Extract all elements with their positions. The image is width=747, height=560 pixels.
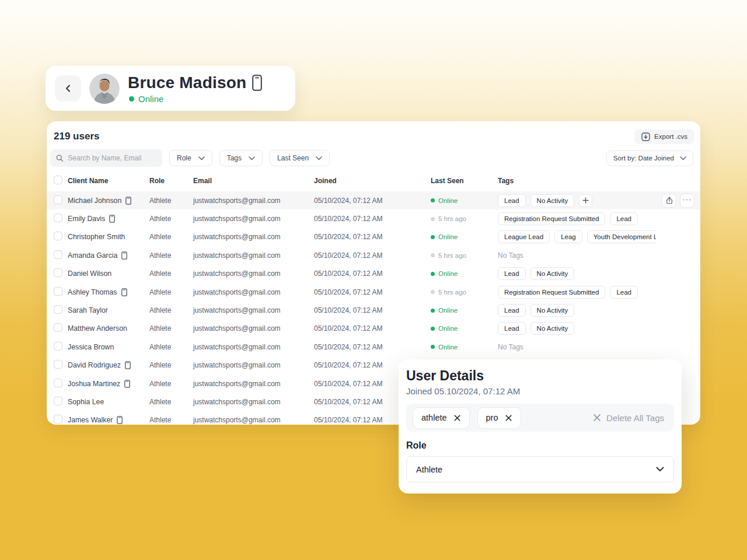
row-checkbox[interactable] xyxy=(54,305,62,314)
row-checkbox[interactable] xyxy=(54,232,62,240)
back-button[interactable] xyxy=(55,75,81,102)
filter-role[interactable]: Role xyxy=(169,150,212,166)
chevron-down-icon xyxy=(656,467,664,472)
row-email: justwatchsports@gmail.com xyxy=(193,416,314,424)
share-button[interactable] xyxy=(662,194,676,208)
row-role: Athlete xyxy=(149,306,193,314)
profile-name: Bruce Madison xyxy=(128,74,246,92)
export-csv-button[interactable]: Export .cvs xyxy=(634,130,694,144)
row-role: Athlete xyxy=(149,416,193,424)
online-dot xyxy=(129,96,134,102)
tag-chip: Lead xyxy=(610,212,638,225)
client-name-cell: Emily Davis xyxy=(68,215,149,223)
row-email: justwatchsports@gmail.com xyxy=(193,361,314,369)
remove-tag-button[interactable] xyxy=(453,414,461,422)
last-seen-text: 5 hrs ago xyxy=(438,215,466,222)
row-email: justwatchsports@gmail.com xyxy=(193,197,314,205)
table-row[interactable]: Jessica BrownAthletejustwatchsports@gmai… xyxy=(47,338,700,356)
tag-chip: Registration Request Submitted xyxy=(498,212,605,225)
tag-chip: Lead xyxy=(498,322,526,335)
col-last-seen: Last Seen xyxy=(431,177,498,185)
row-last-seen: Online xyxy=(431,233,498,240)
row-email: justwatchsports@gmail.com xyxy=(193,398,314,406)
client-name-cell: Amanda Garcia xyxy=(68,251,149,260)
row-role: Athlete xyxy=(149,197,193,205)
row-checkbox[interactable] xyxy=(54,415,62,424)
online-dot xyxy=(431,345,435,349)
tag-chip: Lead xyxy=(498,194,526,207)
client-name-cell: Christopher Smith xyxy=(68,233,149,241)
row-email: justwatchsports@gmail.com xyxy=(193,380,314,388)
row-email: justwatchsports@gmail.com xyxy=(193,270,314,278)
offline-dot xyxy=(431,253,435,257)
table-row[interactable]: Daniel WilsonAthletejustwatchsports@gmai… xyxy=(47,265,700,283)
row-checkbox[interactable] xyxy=(54,379,62,387)
offline-dot xyxy=(431,290,435,294)
row-checkbox[interactable] xyxy=(54,268,62,277)
col-email: Email xyxy=(193,177,314,185)
sort-by-dropdown[interactable]: Sort by: Date Joined xyxy=(606,150,693,166)
last-seen-text: Online xyxy=(438,233,458,240)
client-name-cell: Joshua Martinez xyxy=(68,380,149,388)
tag-chip: Lead xyxy=(610,286,638,299)
filter-last-seen[interactable]: Last Seen xyxy=(270,150,330,166)
row-tags: No Tags xyxy=(498,251,656,260)
row-checkbox[interactable] xyxy=(54,250,62,259)
chevron-down-icon xyxy=(249,156,255,160)
more-options-button[interactable]: ··· xyxy=(680,194,694,208)
row-tags: LeadNo Activity xyxy=(498,304,656,317)
role-select[interactable]: Athlete xyxy=(406,456,674,482)
search-input[interactable] xyxy=(68,154,156,162)
search-box[interactable] xyxy=(50,149,162,167)
table-row[interactable]: Matthew AndersonAthletejustwatchsports@g… xyxy=(47,320,700,338)
client-name-text: Michael Johnson xyxy=(68,197,121,205)
user-details-popup: User Details Joined 05.10/2024, 07:12 AM… xyxy=(399,359,682,494)
search-icon xyxy=(56,154,63,162)
online-dot xyxy=(431,327,435,331)
tag-chip: Lead xyxy=(498,267,526,280)
table-header-row: Client Name Role Email Joined Last Seen … xyxy=(47,170,700,191)
profile-header-card: Bruce Madison Online xyxy=(46,66,295,111)
last-seen-text: 5 hrs ago xyxy=(438,252,466,259)
row-role: Athlete xyxy=(149,398,193,406)
select-all-checkbox[interactable] xyxy=(54,176,62,184)
role-value: Athlete xyxy=(416,465,442,474)
profile-info: Bruce Madison Online xyxy=(128,74,262,104)
row-checkbox[interactable] xyxy=(54,287,62,296)
row-checkbox[interactable] xyxy=(54,323,62,332)
client-name-cell: David Rodriguez xyxy=(68,361,149,369)
avatar xyxy=(89,74,120,104)
add-tag-button[interactable] xyxy=(579,194,592,207)
delete-all-tags-button[interactable]: Delete All Tags xyxy=(593,413,668,423)
table-row[interactable]: Sarah TaylorAthletejustwatchsports@gmail… xyxy=(47,301,700,319)
row-checkbox[interactable] xyxy=(54,397,62,405)
popup-title: User Details xyxy=(406,368,674,384)
client-name-text: James Walker xyxy=(68,416,113,424)
filter-tags[interactable]: Tags xyxy=(219,150,263,166)
row-checkbox[interactable] xyxy=(54,195,62,204)
table-row[interactable]: Michael JohnsonAthletejustwatchsports@gm… xyxy=(47,191,700,209)
online-dot xyxy=(431,272,435,276)
client-name-text: Matthew Anderson xyxy=(68,324,127,332)
row-last-seen: Online xyxy=(431,270,498,277)
phone-icon xyxy=(252,75,262,91)
chevron-left-icon xyxy=(64,83,73,93)
filter-tags-label: Tags xyxy=(227,154,242,162)
table-row[interactable]: Amanda GarciaAthletejustwatchsports@gmai… xyxy=(47,246,700,264)
client-name-cell: Daniel Wilson xyxy=(68,270,149,278)
table-row[interactable]: Ashley ThomasAthletejustwatchsports@gmai… xyxy=(47,283,700,301)
table-row[interactable]: Emily DavisAthletejustwatchsports@gmail.… xyxy=(47,209,700,228)
row-checkbox[interactable] xyxy=(54,360,62,369)
last-seen-text: Online xyxy=(438,344,458,351)
row-checkbox[interactable] xyxy=(54,342,62,351)
col-tags: Tags xyxy=(498,177,656,185)
remove-tag-button[interactable] xyxy=(505,414,512,422)
col-role: Role xyxy=(149,177,193,185)
row-last-seen: 5 hrs ago xyxy=(431,215,498,222)
share-icon xyxy=(665,196,673,205)
table-row[interactable]: Christopher SmithAthletejustwatchsports@… xyxy=(47,228,700,246)
row-checkbox[interactable] xyxy=(54,214,62,222)
download-icon xyxy=(641,132,650,141)
row-joined: 05/10/2024, 07:12 AM xyxy=(314,324,431,332)
last-seen-text: Online xyxy=(438,307,458,314)
